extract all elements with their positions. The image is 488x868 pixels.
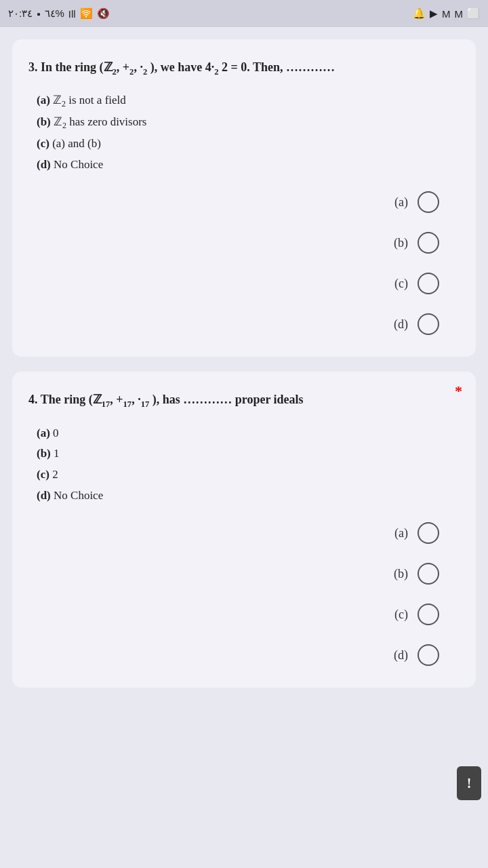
q3-radio-label-d: (d) bbox=[394, 317, 408, 332]
q4-radio-b[interactable] bbox=[418, 563, 439, 585]
q4-option-a: (a) 0 bbox=[37, 423, 460, 444]
q3-option-c: (c) (a) and (b) bbox=[37, 134, 460, 155]
q3-option-b: (b) ℤ2 has zero divisors bbox=[37, 112, 460, 134]
q4-radio-c[interactable] bbox=[418, 604, 439, 625]
q3-radio-c[interactable] bbox=[418, 273, 439, 294]
q3-radio-row-b: (b) bbox=[394, 232, 439, 254]
gallery-icon: ⬜ bbox=[467, 7, 480, 20]
q4-radio-label-a: (a) bbox=[394, 526, 408, 540]
q3-radio-label-b: (b) bbox=[394, 236, 408, 250]
required-star: * bbox=[455, 382, 462, 400]
wifi-icon: 🛜 bbox=[80, 7, 93, 20]
q3-radio-label-a: (a) bbox=[394, 195, 408, 210]
q3-option-a: (a) ℤ2 is not a field bbox=[37, 90, 460, 112]
q4-radio-row-a: (a) bbox=[394, 522, 439, 544]
alert-icon: 🔔 bbox=[413, 7, 426, 20]
m-icon-1: M bbox=[442, 8, 451, 20]
q3-radio-b[interactable] bbox=[418, 232, 439, 254]
q4-radio-d[interactable] bbox=[418, 644, 439, 666]
q3-radio-row-a: (a) bbox=[394, 191, 439, 213]
q4-radio-label-c: (c) bbox=[394, 608, 408, 622]
question-4-radio-group: (a) (b) (c) (d) bbox=[28, 522, 460, 666]
q4-radio-row-c: (c) bbox=[394, 604, 439, 625]
question-3-radio-group: (a) (b) (c) (d) bbox=[28, 191, 460, 335]
q4-radio-label-b: (b) bbox=[394, 567, 408, 581]
question-4-text: 4. The ring (ℤ17, +17, ·17 ), has ………… p… bbox=[28, 391, 460, 410]
status-left: ٢٠:٣٤ ▪ ٦٤% Ill 🛜 🔇 bbox=[8, 7, 110, 20]
status-right: 🔔 ▶ M M ⬜ bbox=[413, 7, 480, 20]
question-3-text: 3. In the ring (ℤ2, +2, ·2 ), we have 4·… bbox=[28, 58, 460, 78]
q4-radio-a[interactable] bbox=[418, 522, 439, 544]
q3-radio-a[interactable] bbox=[418, 191, 439, 213]
signal-icon: Ill bbox=[68, 8, 76, 20]
main-content: 3. In the ring (ℤ2, +2, ·2 ), we have 4·… bbox=[0, 27, 488, 700]
question-3-card: 3. In the ring (ℤ2, +2, ·2 ), we have 4·… bbox=[12, 39, 476, 357]
q4-option-d: (d) No Choice bbox=[37, 486, 460, 507]
q4-radio-row-b: (b) bbox=[394, 563, 439, 585]
q4-radio-row-d: (d) bbox=[394, 644, 439, 666]
battery-icon: ▪ bbox=[37, 8, 40, 20]
q3-radio-label-c: (c) bbox=[394, 277, 408, 291]
q4-option-b: (b) 1 bbox=[37, 443, 460, 465]
battery-percent: ٦٤% bbox=[45, 7, 64, 20]
time-display: ٢٠:٣٤ bbox=[8, 7, 33, 20]
question-3-options: (a) ℤ2 is not a field (b) ℤ2 has zero di… bbox=[37, 90, 460, 175]
help-button[interactable]: ! bbox=[457, 766, 481, 800]
status-bar: ٢٠:٣٤ ▪ ٦٤% Ill 🛜 🔇 🔔 ▶ M M ⬜ bbox=[0, 0, 488, 27]
youtube-icon: ▶ bbox=[430, 7, 438, 20]
question-4-card: * 4. The ring (ℤ17, +17, ·17 ), has …………… bbox=[12, 372, 476, 688]
q3-option-d: (d) No Choice bbox=[37, 155, 460, 176]
q3-radio-row-d: (d) bbox=[394, 313, 439, 335]
mute-icon: 🔇 bbox=[97, 7, 110, 20]
m-icon-2: M bbox=[455, 8, 464, 20]
q4-option-c: (c) 2 bbox=[37, 465, 460, 486]
q3-radio-d[interactable] bbox=[418, 313, 439, 335]
question-4-options: (a) 0 (b) 1 (c) 2 (d) No Choice bbox=[37, 423, 460, 506]
q3-radio-row-c: (c) bbox=[394, 273, 439, 294]
q4-radio-label-d: (d) bbox=[394, 648, 408, 663]
